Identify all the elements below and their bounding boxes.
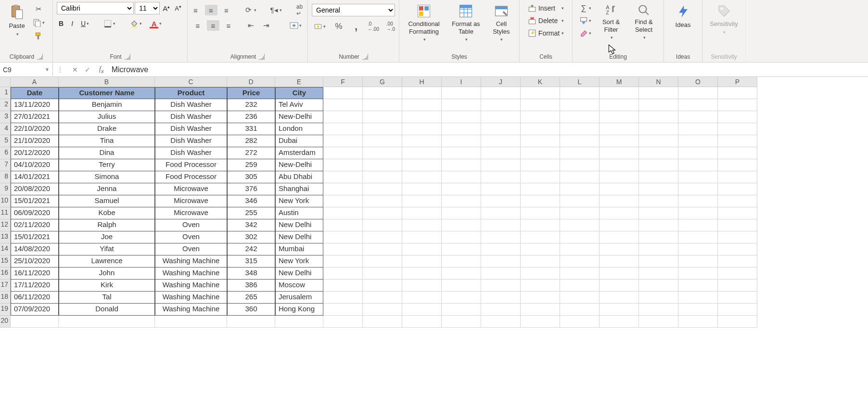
- data-cell[interactable]: 305: [227, 171, 275, 183]
- empty-cell[interactable]: [442, 171, 481, 183]
- empty-cell[interactable]: [323, 99, 363, 111]
- align-center-button[interactable]: ≡: [207, 20, 219, 31]
- data-cell[interactable]: Food Processor: [155, 159, 227, 171]
- empty-cell[interactable]: [600, 171, 639, 183]
- underline-button[interactable]: U▾: [79, 19, 91, 28]
- empty-cell[interactable]: [521, 87, 560, 99]
- format-button[interactable]: Format▾: [526, 28, 566, 38]
- empty-cell[interactable]: [402, 147, 442, 159]
- empty-cell[interactable]: [678, 304, 718, 316]
- data-cell[interactable]: Julius: [59, 111, 155, 123]
- data-cell[interactable]: Jenna: [59, 183, 155, 195]
- empty-cell[interactable]: [363, 135, 402, 147]
- data-cell[interactable]: 17/11/2020: [11, 280, 59, 292]
- empty-cell[interactable]: [442, 243, 481, 255]
- empty-cell[interactable]: [678, 135, 718, 147]
- row-header[interactable]: 10: [0, 195, 11, 207]
- number-format-select[interactable]: General: [312, 4, 395, 16]
- empty-cell[interactable]: [718, 135, 757, 147]
- rtl-button[interactable]: ¶◂▾: [268, 5, 284, 15]
- empty-cell[interactable]: [442, 159, 481, 171]
- empty-cell[interactable]: [481, 255, 521, 268]
- row-header[interactable]: 4: [0, 123, 11, 135]
- empty-cell[interactable]: [521, 123, 560, 135]
- empty-cell[interactable]: [402, 183, 442, 195]
- data-cell[interactable]: 348: [227, 268, 275, 280]
- data-cell[interactable]: Microwave: [155, 183, 227, 195]
- data-cell[interactable]: New Delhi: [275, 231, 323, 243]
- data-cell[interactable]: Benjamin: [59, 99, 155, 111]
- empty-cell[interactable]: [639, 243, 678, 255]
- empty-cell[interactable]: [402, 304, 442, 316]
- data-cell[interactable]: Dish Washer: [155, 99, 227, 111]
- empty-cell[interactable]: [639, 268, 678, 280]
- data-cell[interactable]: New-Delhi: [275, 159, 323, 171]
- empty-cell[interactable]: [600, 159, 639, 171]
- decrease-decimal-button[interactable]: .00→.0: [384, 21, 397, 32]
- empty-cell[interactable]: [600, 316, 639, 328]
- empty-cell[interactable]: [59, 316, 155, 328]
- empty-cell[interactable]: [718, 207, 757, 219]
- column-header[interactable]: N: [639, 77, 678, 87]
- data-cell[interactable]: Tina: [59, 135, 155, 147]
- align-middle-button[interactable]: ≡: [205, 5, 217, 15]
- empty-cell[interactable]: [442, 147, 481, 159]
- data-cell[interactable]: 16/11/2020: [11, 268, 59, 280]
- empty-cell[interactable]: [718, 304, 757, 316]
- empty-cell[interactable]: [363, 292, 402, 304]
- column-header[interactable]: F: [323, 77, 363, 87]
- empty-cell[interactable]: [678, 243, 718, 255]
- empty-cell[interactable]: [402, 171, 442, 183]
- data-cell[interactable]: Tal: [59, 292, 155, 304]
- row-header[interactable]: 5: [0, 135, 11, 147]
- empty-cell[interactable]: [521, 111, 560, 123]
- data-cell[interactable]: 02/11/2020: [11, 219, 59, 231]
- empty-cell[interactable]: [481, 135, 521, 147]
- column-header[interactable]: P: [718, 77, 757, 87]
- empty-cell[interactable]: [678, 316, 718, 328]
- empty-cell[interactable]: [323, 316, 363, 328]
- data-cell[interactable]: Oven: [155, 231, 227, 243]
- row-header[interactable]: 2: [0, 99, 11, 111]
- empty-cell[interactable]: [481, 195, 521, 207]
- empty-cell[interactable]: [323, 231, 363, 243]
- empty-cell[interactable]: [323, 135, 363, 147]
- select-all-corner[interactable]: [0, 77, 11, 87]
- empty-cell[interactable]: [227, 316, 275, 328]
- empty-cell[interactable]: [521, 135, 560, 147]
- data-cell[interactable]: Washing Machine: [155, 292, 227, 304]
- empty-cell[interactable]: [678, 280, 718, 292]
- data-cell[interactable]: 04/10/2020: [11, 159, 59, 171]
- empty-cell[interactable]: [402, 111, 442, 123]
- empty-cell[interactable]: [560, 292, 600, 304]
- empty-cell[interactable]: [639, 183, 678, 195]
- data-cell[interactable]: Samuel: [59, 195, 155, 207]
- increase-decimal-button[interactable]: .0←.00: [367, 21, 380, 32]
- empty-cell[interactable]: [323, 147, 363, 159]
- empty-cell[interactable]: [600, 111, 639, 123]
- data-cell[interactable]: 386: [227, 280, 275, 292]
- data-cell[interactable]: Dish Washer: [155, 135, 227, 147]
- row-header[interactable]: 11: [0, 207, 11, 219]
- empty-cell[interactable]: [521, 292, 560, 304]
- empty-cell[interactable]: [442, 268, 481, 280]
- empty-cell[interactable]: [323, 280, 363, 292]
- empty-cell[interactable]: [560, 207, 600, 219]
- empty-cell[interactable]: [521, 183, 560, 195]
- empty-cell[interactable]: [402, 159, 442, 171]
- empty-cell[interactable]: [600, 183, 639, 195]
- align-left-button[interactable]: ≡: [191, 20, 204, 31]
- empty-cell[interactable]: [678, 195, 718, 207]
- empty-cell[interactable]: [639, 292, 678, 304]
- increase-indent-button[interactable]: ⇥: [260, 20, 272, 31]
- empty-cell[interactable]: [718, 171, 757, 183]
- empty-cell[interactable]: [560, 147, 600, 159]
- empty-cell[interactable]: [323, 195, 363, 207]
- empty-cell[interactable]: [323, 268, 363, 280]
- data-cell[interactable]: New York: [275, 195, 323, 207]
- empty-cell[interactable]: [639, 111, 678, 123]
- data-cell[interactable]: Simona: [59, 171, 155, 183]
- empty-cell[interactable]: [363, 147, 402, 159]
- row-header[interactable]: 9: [0, 183, 11, 195]
- data-cell[interactable]: 21/10/2020: [11, 135, 59, 147]
